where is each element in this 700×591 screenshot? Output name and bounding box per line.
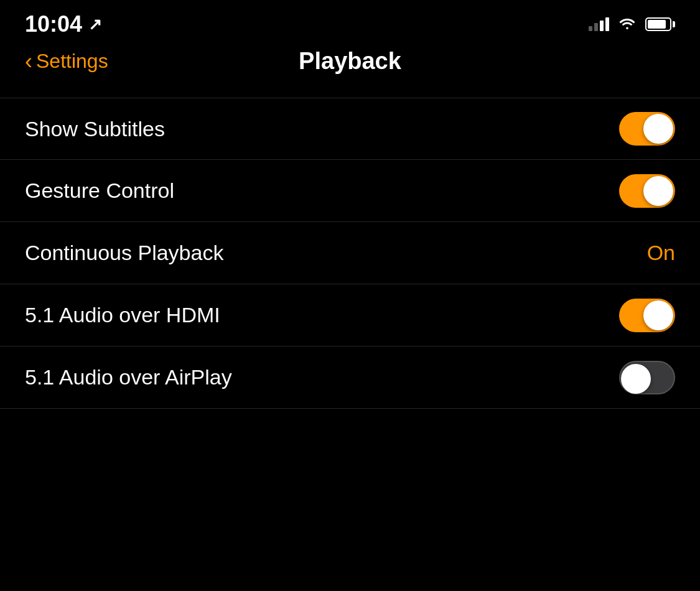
continuous-playback-value: On <box>647 241 675 265</box>
battery-icon <box>645 17 675 31</box>
wifi-icon <box>618 16 637 33</box>
audio-hdmi-row[interactable]: 5.1 Audio over HDMI <box>0 284 700 347</box>
location-icon: ↗ <box>88 15 102 34</box>
time-display: 10:04 <box>25 11 82 37</box>
show-subtitles-label: Show Subtitles <box>25 117 165 141</box>
gesture-control-label: Gesture Control <box>25 179 174 203</box>
nav-bar: ‹ Settings Playback <box>0 44 700 85</box>
show-subtitles-row[interactable]: Show Subtitles <box>0 98 700 160</box>
toggle-knob <box>643 176 673 206</box>
page-title: Playback <box>299 48 401 75</box>
toggle-knob <box>621 364 651 394</box>
signal-bar-2 <box>594 23 598 31</box>
audio-hdmi-label: 5.1 Audio over HDMI <box>25 303 220 327</box>
toggle-knob <box>643 114 673 144</box>
audio-hdmi-toggle[interactable] <box>619 299 675 332</box>
back-chevron-icon: ‹ <box>25 50 32 73</box>
back-label: Settings <box>36 50 108 73</box>
audio-airplay-row[interactable]: 5.1 Audio over AirPlay <box>0 347 700 409</box>
battery-body <box>645 17 671 31</box>
continuous-playback-row[interactable]: Continuous Playback On <box>0 222 700 284</box>
status-right-icons <box>589 16 675 33</box>
show-subtitles-toggle[interactable] <box>619 112 675 146</box>
signal-bar-4 <box>605 17 609 31</box>
signal-bar-1 <box>589 26 592 31</box>
battery-tip <box>673 21 675 27</box>
status-bar: 10:04 ↗ <box>0 0 700 44</box>
back-button[interactable]: ‹ Settings <box>25 50 108 73</box>
continuous-playback-label: Continuous Playback <box>25 241 223 265</box>
signal-bars-icon <box>589 17 609 31</box>
audio-airplay-label: 5.1 Audio over AirPlay <box>25 365 232 389</box>
settings-list: Show Subtitles Gesture Control Continuou… <box>0 98 700 409</box>
status-time: 10:04 ↗ <box>25 11 102 37</box>
toggle-knob <box>643 300 673 330</box>
signal-bar-3 <box>600 21 604 31</box>
gesture-control-row[interactable]: Gesture Control <box>0 160 700 222</box>
audio-airplay-toggle[interactable] <box>619 361 675 394</box>
battery-fill <box>648 20 666 29</box>
gesture-control-toggle[interactable] <box>619 174 675 208</box>
